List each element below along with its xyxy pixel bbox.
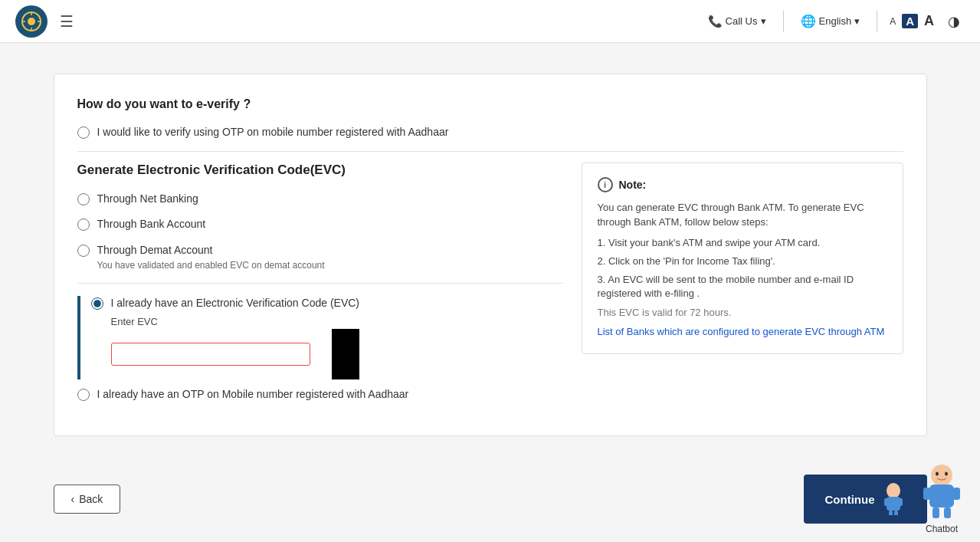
already-evc-label: I already have an Electronic Verificatio… (111, 296, 360, 311)
info-icon: i (598, 177, 613, 192)
call-us-chevron-icon: ▾ (761, 15, 766, 27)
font-large-button[interactable]: A (921, 11, 937, 31)
font-mid-button[interactable]: A (902, 14, 918, 28)
evc-separator (77, 283, 563, 284)
continue-character-icon (881, 483, 906, 515)
left-column: Generate Electronic Verification Code(EV… (77, 163, 563, 413)
font-small-button[interactable]: A (887, 15, 899, 28)
net-banking-radio[interactable] (77, 193, 90, 205)
already-evc-radio[interactable] (91, 297, 103, 310)
chatbot-character (919, 465, 965, 522)
note-box: i Note: You can generate EVC through Ban… (582, 163, 903, 354)
hamburger-menu[interactable]: ☰ (60, 12, 74, 31)
font-controls: A A A (887, 11, 937, 31)
language-chevron-icon: ▾ (854, 15, 860, 27)
already-otp-radio[interactable] (77, 389, 90, 401)
bank-account-option[interactable]: Through Bank Account (77, 217, 563, 232)
page-question: How do you want to e-verify ? (77, 97, 903, 111)
evc-selected-container: I already have an Electronic Verificatio… (77, 296, 563, 379)
note-step-2: 2. Click on the 'Pin for Income Tax fili… (598, 255, 887, 268)
demat-account-radio[interactable] (77, 245, 90, 257)
svg-rect-9 (884, 498, 888, 506)
svg-point-2 (28, 18, 35, 25)
continue-label: Continue (825, 493, 875, 506)
globe-icon: 🌐 (801, 14, 816, 28)
right-column: i Note: You can generate EVC through Ban… (582, 163, 903, 413)
header-left: ☰ (15, 5, 74, 38)
svg-rect-16 (953, 488, 960, 500)
redacted-area (332, 329, 360, 379)
net-banking-option[interactable]: Through Net Banking (77, 192, 563, 207)
aadhaar-otp-option[interactable]: I would like to verify using OTP on mobi… (77, 125, 903, 140)
already-otp-label: I already have an OTP on Mobile number r… (97, 387, 409, 402)
evc-field-label: Enter EVC (111, 316, 360, 327)
svg-rect-17 (932, 508, 939, 518)
note-header: i Note: (598, 177, 887, 192)
already-otp-option[interactable]: I already have an OTP on Mobile number r… (77, 387, 563, 402)
bank-account-label: Through Bank Account (97, 217, 206, 232)
already-evc-label-group: I already have an Electronic Verificatio… (111, 296, 360, 379)
continue-button[interactable]: Continue (804, 475, 927, 524)
evc-input-row (111, 329, 360, 379)
already-evc-option: I already have an Electronic Verificatio… (91, 296, 563, 379)
bank-account-radio[interactable] (77, 218, 90, 231)
demat-account-label: Through Demat Account You have validated… (97, 243, 325, 272)
net-banking-label: Through Net Banking (97, 192, 198, 207)
note-intro: You can generate EVC through Bank ATM. T… (598, 200, 887, 230)
svg-rect-12 (894, 511, 898, 515)
page-footer: ‹ Back Continue (31, 459, 950, 539)
svg-point-7 (887, 483, 900, 498)
aadhaar-otp-label: I would like to verify using OTP on mobi… (97, 125, 449, 140)
header-right: 📞 Call Us ▾ 🌐 English ▾ A A A ◑ (700, 9, 965, 33)
evc-field-group: Enter EVC (111, 316, 360, 379)
svg-rect-15 (923, 488, 930, 500)
note-link[interactable]: List of Banks which are configured to ge… (598, 326, 885, 337)
back-chevron-icon: ‹ (71, 493, 75, 505)
note-validity: This EVC is valid for 72 hours. (598, 307, 887, 318)
evc-input[interactable] (111, 343, 310, 366)
note-step-3: 3. An EVC will be sent to the mobile num… (598, 273, 887, 301)
svg-point-20 (945, 472, 948, 476)
main-content: How do you want to e-verify ? I would li… (31, 51, 950, 459)
demat-sublabel: You have validated and enabled EVC on de… (97, 259, 325, 272)
svg-rect-18 (944, 508, 951, 518)
section-separator (77, 151, 903, 152)
language-button[interactable]: 🌐 English ▾ (793, 9, 868, 33)
note-step-1: 1. Visit your bank's ATM and swipe your … (598, 236, 887, 250)
back-button[interactable]: ‹ Back (54, 485, 121, 514)
svg-rect-10 (899, 498, 903, 506)
chatbot-area[interactable]: Chatbot (919, 465, 965, 534)
back-label: Back (79, 493, 103, 505)
aadhaar-otp-radio[interactable] (77, 126, 90, 139)
svg-point-19 (936, 472, 939, 476)
header-divider-2 (877, 11, 877, 32)
demat-account-option[interactable]: Through Demat Account You have validated… (77, 243, 563, 272)
chatbot-label: Chatbot (926, 524, 958, 534)
header-divider-1 (783, 11, 784, 32)
contrast-button[interactable]: ◑ (943, 11, 965, 31)
call-us-button[interactable]: 📞 Call Us ▾ (700, 10, 774, 33)
phone-icon: 📞 (708, 15, 723, 28)
svg-rect-14 (929, 485, 954, 508)
logo (15, 5, 48, 38)
content-area: How do you want to e-verify ? I would li… (54, 74, 927, 436)
call-us-label: Call Us (726, 15, 758, 27)
evc-section-title: Generate Electronic Verification Code(EV… (77, 163, 563, 178)
svg-rect-8 (887, 497, 900, 511)
note-title: Note: (619, 179, 647, 191)
main-header: ☰ 📞 Call Us ▾ 🌐 English ▾ A A A ◑ (0, 0, 980, 43)
two-col-layout: Generate Electronic Verification Code(EV… (77, 163, 903, 413)
note-steps: 1. Visit your bank's ATM and swipe your … (598, 236, 887, 301)
svg-rect-11 (889, 511, 893, 515)
language-label: English (819, 15, 852, 27)
svg-point-13 (931, 465, 952, 486)
